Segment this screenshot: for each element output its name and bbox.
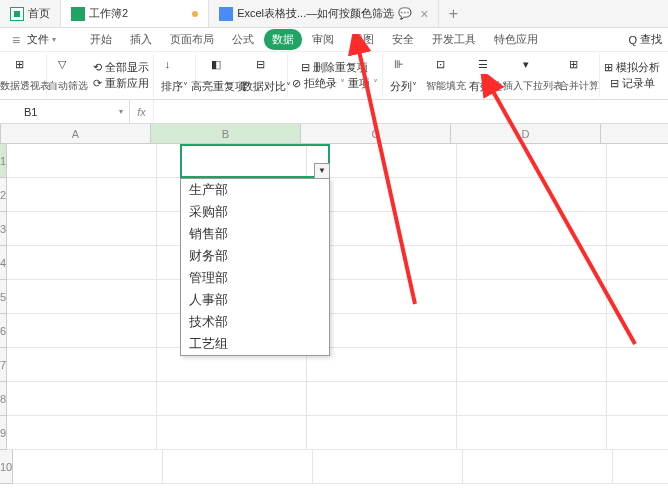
filter-button[interactable]: ▽自动筛选 bbox=[47, 54, 89, 97]
cell[interactable] bbox=[7, 178, 157, 212]
cell[interactable] bbox=[7, 348, 157, 382]
cell[interactable] bbox=[157, 144, 307, 178]
cell[interactable] bbox=[607, 416, 668, 450]
tab-other-file[interactable]: Excel表格技...—如何按颜色筛选💬× bbox=[209, 0, 439, 27]
cell[interactable] bbox=[7, 314, 157, 348]
cell[interactable] bbox=[607, 348, 668, 382]
tab-home[interactable]: 首页 bbox=[0, 0, 61, 27]
col-d[interactable]: D bbox=[451, 124, 601, 143]
cell[interactable] bbox=[157, 416, 307, 450]
col-c[interactable]: C bbox=[301, 124, 451, 143]
row-header[interactable]: 1 bbox=[0, 144, 7, 178]
cell[interactable] bbox=[457, 348, 607, 382]
row-header[interactable]: 2 bbox=[0, 178, 7, 212]
cell[interactable] bbox=[457, 416, 607, 450]
tab-formula[interactable]: 公式 bbox=[224, 29, 262, 50]
cell[interactable] bbox=[463, 450, 613, 484]
tab-dev[interactable]: 开发工具 bbox=[424, 29, 484, 50]
dropdown-item[interactable]: 采购部 bbox=[181, 201, 329, 223]
smartfill-button[interactable]: ⊡智能填充 bbox=[425, 54, 467, 97]
cell[interactable] bbox=[7, 280, 157, 314]
reject-button[interactable]: ⊘拒绝录˅ 重项˅ bbox=[292, 76, 378, 91]
tab-workbook[interactable]: 工作簿2 bbox=[61, 0, 209, 27]
name-box[interactable]: B1 bbox=[0, 100, 130, 123]
dropdown-item[interactable]: 技术部 bbox=[181, 311, 329, 333]
cell[interactable] bbox=[457, 382, 607, 416]
dropdown-item[interactable]: 工艺组 bbox=[181, 333, 329, 355]
cell[interactable] bbox=[313, 450, 463, 484]
dropdown-item[interactable]: 生产部 bbox=[181, 179, 329, 201]
tab-review[interactable]: 审阅 bbox=[304, 29, 342, 50]
col-e[interactable]: E bbox=[601, 124, 668, 143]
cell[interactable] bbox=[7, 212, 157, 246]
cell[interactable] bbox=[607, 314, 668, 348]
cell[interactable] bbox=[607, 144, 668, 178]
cell[interactable] bbox=[607, 280, 668, 314]
dropdown-toggle[interactable]: ▼ bbox=[314, 163, 330, 179]
search-button[interactable]: Q查找 bbox=[628, 32, 662, 47]
cell[interactable] bbox=[7, 144, 157, 178]
row-header[interactable]: 7 bbox=[0, 348, 7, 382]
highlight-icon: ◧ bbox=[211, 58, 231, 78]
cell[interactable] bbox=[457, 212, 607, 246]
dropdown-item[interactable]: 管理部 bbox=[181, 267, 329, 289]
tab-start[interactable]: 开始 bbox=[82, 29, 120, 50]
cell[interactable] bbox=[307, 416, 457, 450]
cell[interactable] bbox=[7, 416, 157, 450]
col-b[interactable]: B bbox=[151, 124, 301, 143]
tab-view[interactable]: 视图 bbox=[344, 29, 382, 50]
highlight-dup-button[interactable]: ◧高亮重复项˅ bbox=[196, 54, 245, 97]
cell[interactable] bbox=[457, 314, 607, 348]
row-header[interactable]: 8 bbox=[0, 382, 7, 416]
cell[interactable] bbox=[607, 382, 668, 416]
cell[interactable] bbox=[13, 450, 163, 484]
row-header[interactable]: 9 bbox=[0, 416, 7, 450]
row-header[interactable]: 3 bbox=[0, 212, 7, 246]
remove-dup-button[interactable]: ⊟删除重复项 bbox=[301, 60, 368, 75]
cell[interactable] bbox=[157, 382, 307, 416]
record-button[interactable]: ⊟记录单 bbox=[610, 76, 655, 91]
compare-button[interactable]: ⊟数据对比˅ bbox=[245, 54, 288, 97]
tab-layout[interactable]: 页面布局 bbox=[162, 29, 222, 50]
cell[interactable] bbox=[457, 280, 607, 314]
cell[interactable] bbox=[613, 450, 668, 484]
cell[interactable] bbox=[457, 144, 607, 178]
cell[interactable] bbox=[307, 382, 457, 416]
close-icon[interactable]: × bbox=[420, 6, 428, 22]
consolidate-button[interactable]: ⊞合并计算 bbox=[558, 54, 600, 97]
cell[interactable] bbox=[607, 178, 668, 212]
row-header[interactable]: 6 bbox=[0, 314, 7, 348]
pivot-button[interactable]: ⊞数据透视表 bbox=[4, 54, 47, 97]
insert-dropdown-button[interactable]: ▾插入下拉列表 bbox=[509, 54, 558, 97]
row-header[interactable]: 5 bbox=[0, 280, 7, 314]
cell[interactable] bbox=[457, 178, 607, 212]
consolidate-icon: ⊞ bbox=[569, 58, 589, 78]
cell[interactable] bbox=[457, 246, 607, 280]
dropdown-item[interactable]: 财务部 bbox=[181, 245, 329, 267]
fx-button[interactable]: fx bbox=[130, 100, 154, 123]
cell[interactable] bbox=[7, 246, 157, 280]
tab-insert[interactable]: 插入 bbox=[122, 29, 160, 50]
file-menu[interactable]: 文件▾ bbox=[6, 30, 62, 50]
row-header[interactable]: 4 bbox=[0, 246, 7, 280]
split-button[interactable]: ⊪分列˅ bbox=[383, 54, 425, 97]
tab-special[interactable]: 特色应用 bbox=[486, 29, 546, 50]
ribbon-tabs: 开始 插入 页面布局 公式 数据 审阅 视图 安全 开发工具 特色应用 bbox=[82, 29, 546, 50]
new-tab-button[interactable]: + bbox=[439, 0, 467, 27]
sort-icon: ↓ bbox=[165, 58, 185, 78]
cell[interactable] bbox=[607, 212, 668, 246]
tab-data[interactable]: 数据 bbox=[264, 29, 302, 50]
home-icon bbox=[10, 7, 24, 21]
tab-security[interactable]: 安全 bbox=[384, 29, 422, 50]
reapply-button[interactable]: ⟳重新应用 bbox=[93, 76, 149, 91]
show-all-button[interactable]: ⟲全部显示 bbox=[93, 60, 149, 75]
cell[interactable] bbox=[607, 246, 668, 280]
simulate-button[interactable]: ⊞模拟分析 bbox=[604, 60, 660, 75]
row-header[interactable]: 10 bbox=[0, 450, 13, 484]
cell[interactable] bbox=[7, 382, 157, 416]
dropdown-item[interactable]: 人事部 bbox=[181, 289, 329, 311]
dropdown-item[interactable]: 销售部 bbox=[181, 223, 329, 245]
hamburger-icon bbox=[12, 32, 24, 48]
col-a[interactable]: A bbox=[1, 124, 151, 143]
cell[interactable] bbox=[163, 450, 313, 484]
